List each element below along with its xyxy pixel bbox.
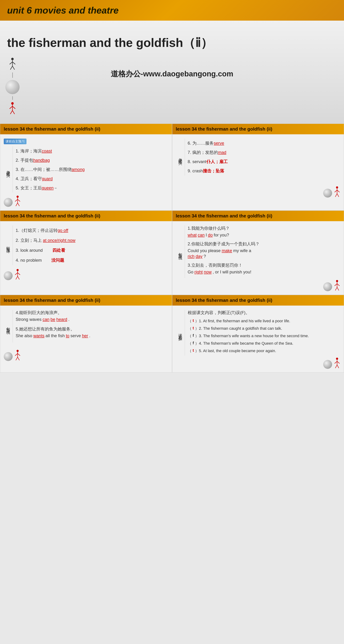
phrase-answer: at once/right now — [43, 238, 75, 243]
list-item: 4. no problem 没问题 — [16, 255, 168, 265]
svg-line-29 — [18, 276, 19, 280]
panel-5-header: lesson 34 the fisherman and the goldfish… — [0, 295, 172, 306]
list-item: 1.（灯熄灭；停止运转go off — [16, 226, 168, 236]
svg-line-20 — [334, 190, 337, 192]
svg-line-9 — [13, 106, 15, 109]
figure-panel4-icon — [334, 280, 340, 291]
vocab-answer: guard — [42, 176, 53, 181]
sentence-answer: wants — [33, 333, 45, 338]
tf-answer: f — [193, 333, 194, 338]
small-ball-2 — [323, 189, 332, 198]
list-item: 3. 在……中间；被……所围绕among — [16, 165, 168, 174]
tf-answer: t — [193, 318, 194, 324]
small-ball — [4, 198, 13, 207]
watermark: 道格办公-www.daogebangong.com — [111, 69, 233, 79]
panel-3: lesson 34 the fisherman and the goldfish… — [0, 210, 172, 295]
svg-point-0 — [11, 58, 14, 60]
sentence-answer: can — [198, 232, 205, 238]
list-item: （t）5. At last, the old couple became poo… — [188, 348, 340, 354]
phrase-answer: go off — [58, 228, 68, 233]
sentence-cn-3: 3.立刻去，否则我要惩罚你！ — [188, 262, 340, 268]
list-item: 9. crash撞击；坠落 — [188, 166, 340, 176]
hero-title: the fisherman and the goldfish（ⅱ） — [7, 35, 213, 51]
sentence-cn-2: 2.你能让我的妻子成为一个贵妇人吗？ — [188, 241, 340, 247]
list-item: 2. 手提包handbag — [16, 156, 168, 165]
svg-line-21 — [337, 190, 339, 192]
sentence-answer: to — [66, 333, 69, 338]
svg-line-4 — [10, 66, 13, 70]
svg-point-42 — [336, 358, 338, 360]
svg-line-23 — [337, 194, 339, 197]
list-item: （f）3. The fisherman's wife wants a new h… — [188, 333, 340, 338]
sentence-item-3: 3.立刻去，否则我要惩罚你！ Go right now , or I will … — [188, 262, 340, 274]
svg-line-47 — [337, 365, 339, 368]
svg-line-5 — [13, 66, 15, 70]
svg-line-32 — [334, 284, 337, 286]
vocab-answer: among — [72, 167, 85, 172]
svg-line-39 — [18, 354, 20, 356]
sentence-answer: now — [204, 270, 212, 274]
sentence-answer: what — [188, 232, 197, 238]
tf-label: 课文初探 — [176, 310, 185, 356]
svg-point-6 — [11, 102, 14, 105]
sentence-answer: be — [51, 317, 55, 322]
panel-2: lesson 34 the fisherman and the goldfish… — [172, 124, 344, 210]
sentence-answer: can — [43, 317, 50, 322]
svg-line-45 — [337, 361, 339, 364]
tag-badge: 课前自主预习 — [4, 138, 27, 144]
panel-6: lesson 34 the fisherman and the goldfish… — [172, 295, 344, 372]
panel-2-header: lesson 34 the fisherman and the goldfish… — [172, 124, 344, 134]
svg-line-16 — [16, 203, 18, 206]
phrases-label: 短语互译 — [4, 226, 13, 265]
list-item: 4. 卫兵；看守guard — [16, 174, 168, 183]
svg-line-17 — [18, 203, 19, 206]
svg-line-33 — [337, 284, 339, 286]
figure-panel-icon — [15, 196, 21, 207]
sentence-cn-5: 5.她还想让所有的鱼为她服务。 — [16, 326, 168, 332]
svg-point-24 — [17, 269, 19, 271]
list-item: （t）2. The fisherman caught a goldfish th… — [188, 326, 340, 331]
figure-panel2-icon — [334, 186, 340, 198]
panel-3-content: 短语互译 1.（灯熄灭；停止运转go off 2. 立刻；马上 at once/… — [0, 221, 172, 284]
sentence-answer: heard — [56, 317, 67, 322]
panel-5: lesson 34 the fisherman and the goldfish… — [0, 295, 172, 372]
panel-1: lesson 34 the fisherman and the goldfish… — [0, 124, 172, 210]
vocab-answer: serve — [214, 141, 224, 146]
svg-line-26 — [15, 273, 18, 275]
panel-1-header: lesson 34 the fisherman and the goldfish… — [0, 124, 172, 134]
vocab-answer: coast — [42, 148, 52, 153]
svg-line-28 — [16, 276, 18, 280]
svg-line-15 — [18, 199, 20, 202]
tf-answer: f — [193, 341, 194, 346]
sentence-cn-1: 1.我能为你做什么吗？ — [188, 226, 340, 231]
svg-line-34 — [335, 287, 337, 290]
phrase-answer: 没问题 — [43, 258, 73, 262]
list-item: 1. 海岸；海滨coast — [16, 146, 168, 156]
sentence-item-1: 1.我能为你做什么吗？ what can I do for you? — [188, 226, 340, 238]
svg-point-12 — [17, 196, 19, 198]
figure-panel3-icon — [15, 269, 21, 280]
phrase-answer: 四处看 — [44, 248, 74, 253]
vocab-label-2: 单词阅关 — [176, 138, 185, 176]
panel-6-header: lesson 34 the fisherman and the goldfish… — [172, 295, 344, 306]
sentence-answer: make — [222, 248, 232, 253]
sentences-label: 句型在线 — [176, 226, 185, 278]
vocab-answer: handbag — [33, 158, 50, 162]
panel-2-content: 单词阅关 6. 为……服务serve 7. 疯的；发怒的mad 8. serva… — [172, 134, 344, 201]
sentence-answer: her — [82, 333, 88, 338]
vocab-answer: mad — [218, 150, 226, 155]
svg-line-35 — [337, 287, 339, 290]
list-item: 3. look around 四处看 — [16, 245, 168, 255]
list-item: 5. 女王；王后queen－ — [16, 183, 168, 192]
sentence-answer: do — [208, 232, 213, 238]
tf-answer: t — [193, 348, 194, 354]
panel-4-header: lesson 34 the fisherman and the goldfish… — [172, 211, 344, 221]
sentence-cn-4: 4.能听到巨大的海浪声。 — [16, 310, 168, 316]
panel-5-content: 句型在线 4.能听到巨大的海浪声。 Strong waves can be he… — [0, 306, 172, 366]
svg-line-44 — [334, 361, 337, 364]
small-ball-6 — [323, 360, 332, 369]
svg-point-30 — [336, 280, 338, 282]
svg-point-18 — [336, 186, 338, 188]
sentence-item-5: 5.她还想让所有的鱼为她服务。 She also wants all the f… — [16, 326, 168, 338]
panel-4: lesson 34 the fisherman and the goldfish… — [172, 210, 344, 295]
